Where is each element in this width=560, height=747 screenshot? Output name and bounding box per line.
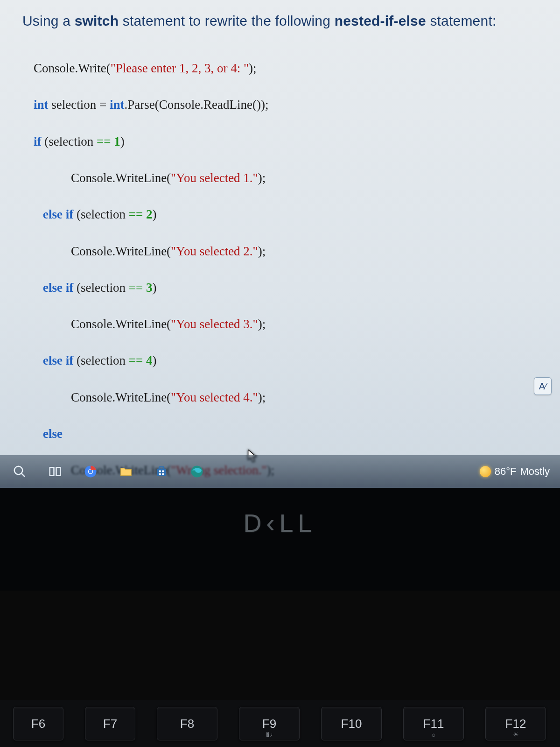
task-view-icon[interactable] bbox=[46, 462, 64, 481]
code-op: == bbox=[129, 281, 143, 295]
code-token: ); bbox=[258, 390, 266, 404]
code-token: (selection bbox=[73, 207, 128, 221]
file-explorer-icon[interactable] bbox=[117, 462, 135, 481]
key-f9[interactable]: F9�⵰ bbox=[239, 707, 300, 740]
code-number: 4 bbox=[146, 353, 153, 367]
code-token: (selection bbox=[73, 353, 128, 367]
code-number: 3 bbox=[146, 281, 153, 295]
svg-rect-8 bbox=[159, 467, 164, 469]
dell-logo: D‹LL bbox=[243, 508, 316, 537]
svg-rect-3 bbox=[56, 467, 61, 476]
code-keyword: if bbox=[34, 134, 42, 148]
code-token: Console.WriteLine( bbox=[71, 317, 171, 331]
weather-temp: 86°F bbox=[495, 465, 517, 478]
pen-annotation-button[interactable]: A∕ bbox=[534, 377, 552, 395]
code-token: ); bbox=[258, 171, 266, 185]
code-string: "You selected 4." bbox=[171, 390, 258, 404]
weather-cond: Mostly bbox=[520, 465, 550, 478]
q-text: statement to rewrite the following bbox=[119, 13, 334, 28]
code-token: Console.WriteLine( bbox=[71, 244, 171, 258]
code-keyword: int bbox=[110, 98, 125, 112]
code-token: ); bbox=[249, 61, 257, 75]
code-number: 2 bbox=[146, 207, 153, 221]
code-token bbox=[143, 353, 146, 367]
code-op: == bbox=[129, 353, 143, 367]
svg-rect-9 bbox=[159, 471, 161, 472]
code-string: "Please enter 1, 2, 3, or 4: " bbox=[111, 61, 249, 75]
code-token: .Parse(Console.ReadLine()); bbox=[124, 98, 268, 112]
laptop-bezel: D‹LL bbox=[0, 488, 560, 591]
pen-icon: A∕ bbox=[539, 381, 547, 392]
key-f6[interactable]: F6 bbox=[13, 707, 63, 740]
code-token: ) bbox=[152, 353, 156, 367]
code-op: == bbox=[97, 134, 111, 148]
code-token: selection = bbox=[49, 98, 110, 112]
question-prompt: Using a switch statement to rewrite the … bbox=[22, 13, 544, 29]
code-string: "You selected 1." bbox=[171, 171, 258, 185]
sun-icon bbox=[480, 466, 491, 477]
svg-rect-12 bbox=[162, 473, 164, 475]
key-f10[interactable]: F10 bbox=[321, 707, 382, 740]
svg-rect-2 bbox=[50, 467, 54, 476]
keyboard-fn-row: F6 F7 F8 F9�⵰ F10 F11☼ F12☀ PrtScr bbox=[0, 700, 560, 747]
code-token: Console.Write( bbox=[34, 61, 111, 75]
q-keyword-nested: nested-if-else bbox=[335, 13, 426, 28]
code-token: ); bbox=[258, 317, 266, 331]
code-token: ) bbox=[152, 207, 156, 221]
code-token: Console.WriteLine( bbox=[71, 171, 171, 185]
code-token: ) bbox=[152, 281, 156, 295]
edge-icon[interactable] bbox=[188, 462, 206, 481]
svg-rect-10 bbox=[162, 471, 164, 472]
q-text: statement: bbox=[426, 13, 497, 28]
code-string: "You selected 3." bbox=[171, 317, 258, 331]
code-token: ); bbox=[258, 244, 266, 258]
question-content: Using a switch statement to rewrite the … bbox=[0, 0, 560, 488]
key-f7[interactable]: F7 bbox=[85, 707, 135, 740]
svg-point-6 bbox=[89, 470, 92, 473]
code-token bbox=[143, 207, 146, 221]
screen-area: Using a switch statement to rewrite the … bbox=[0, 0, 560, 488]
code-keyword: else bbox=[43, 427, 63, 441]
code-token: Console.WriteLine( bbox=[71, 390, 171, 404]
code-block: Console.Write("Please enter 1, 2, 3, or … bbox=[22, 41, 544, 488]
q-text: Using a bbox=[22, 13, 75, 28]
search-icon[interactable] bbox=[10, 462, 29, 481]
svg-rect-11 bbox=[159, 473, 161, 475]
key-f12[interactable]: F12☀ bbox=[485, 707, 546, 740]
code-token: (selection bbox=[73, 281, 128, 295]
code-keyword: else if bbox=[43, 281, 73, 295]
code-op: == bbox=[129, 207, 143, 221]
code-keyword: else if bbox=[43, 207, 73, 221]
microsoft-store-icon[interactable] bbox=[152, 462, 171, 481]
svg-line-1 bbox=[21, 473, 25, 477]
weather-widget[interactable]: 86°F Mostly bbox=[480, 465, 550, 478]
code-keyword: int bbox=[34, 98, 49, 112]
q-keyword-switch: switch bbox=[75, 13, 119, 28]
code-keyword: else if bbox=[43, 353, 73, 367]
svg-point-0 bbox=[14, 466, 23, 475]
key-f8[interactable]: F8 bbox=[157, 707, 217, 740]
code-number: 1 bbox=[114, 134, 120, 148]
code-token: (selection bbox=[42, 134, 97, 148]
key-f11[interactable]: F11☼ bbox=[403, 707, 464, 740]
code-string: "You selected 2." bbox=[171, 244, 258, 258]
code-token: ) bbox=[120, 134, 125, 148]
chrome-icon[interactable] bbox=[81, 462, 100, 481]
code-token bbox=[143, 281, 146, 295]
windows-taskbar[interactable]: 86°F Mostly bbox=[0, 455, 560, 488]
